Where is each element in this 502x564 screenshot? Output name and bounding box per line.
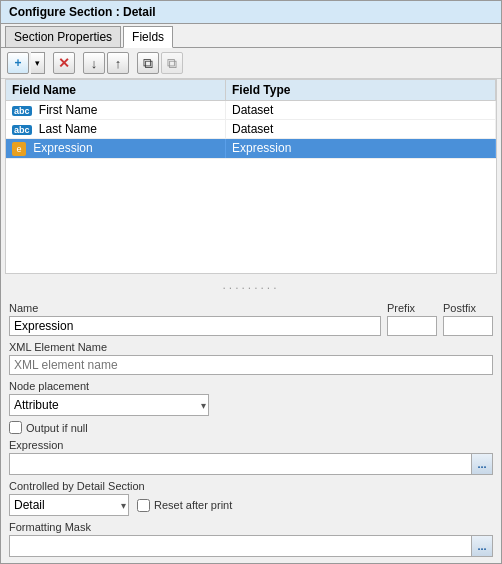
table-row[interactable]: abc Last Name Dataset [6, 120, 496, 139]
prefix-input[interactable] [387, 316, 437, 336]
expression-group: Expression ... [9, 439, 493, 475]
move-up-button[interactable]: ↑ [107, 52, 129, 74]
copy-button[interactable]: ⧉ [137, 52, 159, 74]
controlled-select[interactable]: Detail None [9, 494, 129, 516]
table-header: Field Name Field Type [6, 80, 496, 101]
expression-icon: e [12, 142, 26, 156]
postfix-label: Postfix [443, 302, 493, 314]
row-type: Expression [226, 139, 496, 157]
window-title: Configure Section : Detail [9, 5, 156, 19]
move-down-button[interactable]: ↓ [83, 52, 105, 74]
xml-element-label: XML Element Name [9, 341, 493, 353]
add-dropdown[interactable]: ▾ [31, 52, 45, 74]
abc-icon: abc [12, 125, 32, 135]
node-placement-select-wrapper: Attribute Element Text CDATA ▾ [9, 394, 209, 416]
configure-section-window: Configure Section : Detail Section Prope… [0, 0, 502, 564]
header-field-type: Field Type [226, 80, 496, 100]
tab-bar: Section Properties Fields [1, 24, 501, 48]
formatting-mask-group: Formatting Mask ... [9, 521, 493, 557]
name-input[interactable] [9, 316, 381, 336]
formatting-mask-label: Formatting Mask [9, 521, 493, 533]
prefix-label: Prefix [387, 302, 437, 314]
row-name: abc First Name [6, 101, 226, 119]
controlled-select-wrapper: Detail None ▾ [9, 494, 129, 516]
postfix-group: Postfix [443, 302, 493, 336]
abc-icon: abc [12, 106, 32, 116]
expression-label: Expression [9, 439, 493, 451]
expression-browse-button[interactable]: ... [471, 453, 493, 475]
output-if-null-checkbox[interactable] [9, 421, 22, 434]
expression-input-group: ... [9, 453, 493, 475]
form-section: Name Prefix Postfix XML Element Name Nod… [1, 296, 501, 563]
node-placement-label: Node placement [9, 380, 493, 392]
row-name: abc Last Name [6, 120, 226, 138]
title-bar: Configure Section : Detail [1, 1, 501, 24]
controlled-label: Controlled by Detail Section [9, 480, 493, 492]
formatting-mask-input[interactable] [9, 535, 471, 557]
header-field-name: Field Name [6, 80, 226, 100]
field-table: Field Name Field Type abc First Name Dat… [5, 79, 497, 274]
formatting-mask-input-group: ... [9, 535, 493, 557]
reset-after-print-row: Reset after print [137, 499, 232, 512]
tab-fields[interactable]: Fields [123, 26, 173, 48]
reset-after-print-checkbox[interactable] [137, 499, 150, 512]
node-placement-group: Node placement Attribute Element Text CD… [9, 380, 493, 416]
reset-after-print-label: Reset after print [154, 499, 232, 511]
divider: ......... [1, 274, 501, 296]
toolbar: + ▾ ✕ ↓ ↑ ⧉ ⧉ [1, 48, 501, 79]
prefix-group: Prefix [387, 302, 437, 336]
postfix-input[interactable] [443, 316, 493, 336]
table-row-selected[interactable]: e Expression Expression [6, 139, 496, 159]
xml-element-group: XML Element Name [9, 341, 493, 375]
add-button[interactable]: + [7, 52, 29, 74]
row-name: e Expression [6, 139, 226, 158]
paste-button[interactable]: ⧉ [161, 52, 183, 74]
node-placement-select[interactable]: Attribute Element Text CDATA [9, 394, 209, 416]
delete-button[interactable]: ✕ [53, 52, 75, 74]
formatting-mask-browse-button[interactable]: ... [471, 535, 493, 557]
xml-element-input[interactable] [9, 355, 493, 375]
tab-section-properties[interactable]: Section Properties [5, 26, 121, 47]
table-row[interactable]: abc First Name Dataset [6, 101, 496, 120]
controlled-row: Detail None ▾ Reset after print [9, 494, 493, 516]
controlled-group: Controlled by Detail Section Detail None… [9, 480, 493, 516]
expression-input[interactable] [9, 453, 471, 475]
output-if-null-label: Output if null [26, 422, 88, 434]
row-type: Dataset [226, 101, 496, 119]
row-type: Dataset [226, 120, 496, 138]
name-label: Name [9, 302, 381, 314]
name-row: Name Prefix Postfix [9, 302, 493, 336]
output-if-null-row: Output if null [9, 421, 493, 434]
name-group: Name [9, 302, 381, 336]
